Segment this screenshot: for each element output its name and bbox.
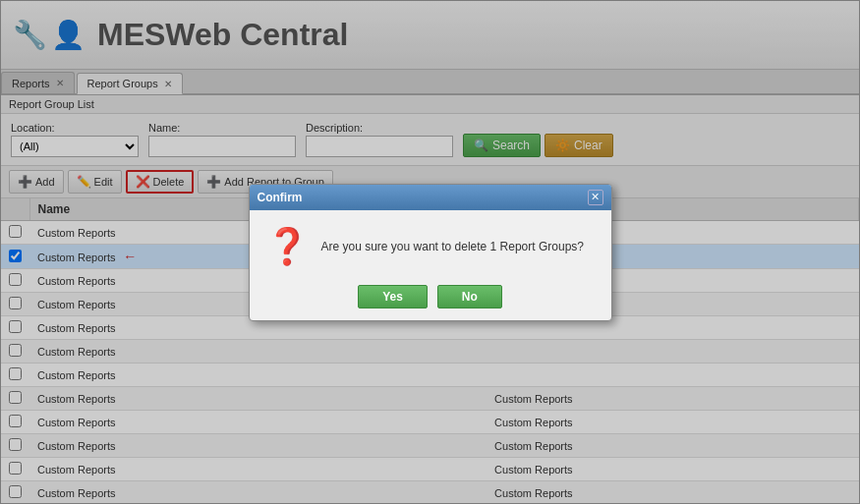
modal-title: Confirm xyxy=(258,191,303,204)
modal-message: Are you sure you want to delete 1 Report… xyxy=(321,240,585,253)
modal-footer: Yes No xyxy=(250,277,611,320)
modal-title-bar: Confirm ✕ xyxy=(250,185,611,210)
modal-close-button[interactable]: ✕ xyxy=(588,190,603,205)
modal-no-button[interactable]: No xyxy=(437,285,502,308)
modal-yes-button[interactable]: Yes xyxy=(358,285,428,308)
modal-overlay: Confirm ✕ ❓ Are you sure you want to del… xyxy=(0,0,860,504)
modal-body: ❓ Are you sure you want to delete 1 Repo… xyxy=(250,210,611,277)
confirm-dialog: Confirm ✕ ❓ Are you sure you want to del… xyxy=(249,184,612,321)
modal-question-icon: ❓ xyxy=(265,226,310,267)
